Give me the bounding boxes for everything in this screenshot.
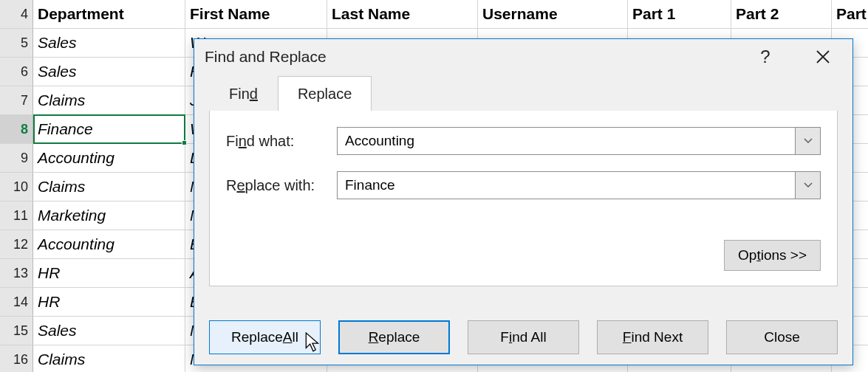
find-replace-dialog: Find and Replace ? Find Replace Find wha… xyxy=(194,38,853,365)
col-header-department[interactable]: Department xyxy=(33,0,185,29)
replace-with-dropdown[interactable] xyxy=(795,172,820,199)
row-number[interactable]: 10 xyxy=(0,173,33,202)
col-header-last-name[interactable]: Last Name xyxy=(327,0,478,29)
cell-department[interactable]: Claims xyxy=(33,86,185,115)
cell-department[interactable]: Claims xyxy=(33,345,185,372)
cell-department[interactable]: HR xyxy=(33,288,185,317)
replace-button[interactable]: Replace xyxy=(338,320,450,354)
cell-department[interactable]: Sales xyxy=(33,317,185,345)
help-button[interactable]: ? xyxy=(746,39,785,75)
dialog-tabs: Find Replace xyxy=(209,75,852,111)
row-number[interactable]: 7 xyxy=(0,86,33,115)
options-button[interactable]: Options >> xyxy=(724,240,821,271)
col-header-part3[interactable]: Part xyxy=(832,0,868,29)
replace-with-label: Replace with: xyxy=(226,177,337,194)
replace-with-combo[interactable] xyxy=(337,171,821,199)
row-number[interactable]: 6 xyxy=(0,58,33,86)
row-number[interactable]: 8 xyxy=(0,115,33,144)
row-number[interactable]: 5 xyxy=(0,29,33,58)
cell-department[interactable]: Sales xyxy=(33,29,185,58)
tab-find[interactable]: Find xyxy=(209,76,278,111)
cell-department[interactable]: Accounting xyxy=(33,230,185,259)
col-header-part2[interactable]: Part 2 xyxy=(731,0,832,29)
cell-department[interactable]: Accounting xyxy=(33,144,185,173)
row-number[interactable]: 16 xyxy=(0,345,33,372)
row-number[interactable]: 12 xyxy=(0,230,33,259)
cell-department[interactable]: Finance xyxy=(33,115,185,144)
find-what-input[interactable] xyxy=(338,128,795,154)
close-icon[interactable] xyxy=(804,39,842,75)
col-header-username[interactable]: Username xyxy=(478,0,628,29)
row-number[interactable]: 14 xyxy=(0,288,33,317)
row-number[interactable]: 15 xyxy=(0,317,33,345)
row-number[interactable]: 4 xyxy=(0,0,33,29)
find-all-button[interactable]: Find All xyxy=(468,320,579,354)
row-number[interactable]: 13 xyxy=(0,259,33,288)
dialog-button-row: Replace All Replace Find All Find Next C… xyxy=(209,320,838,354)
tab-replace[interactable]: Replace xyxy=(278,76,372,111)
find-what-label: Find what: xyxy=(226,133,337,150)
find-next-button[interactable]: Find Next xyxy=(597,320,708,354)
find-what-combo[interactable] xyxy=(337,127,821,155)
cell-department[interactable]: Sales xyxy=(33,58,185,86)
cell-department[interactable]: Marketing xyxy=(33,202,185,230)
replace-all-button[interactable]: Replace All xyxy=(209,320,321,354)
replace-with-input[interactable] xyxy=(338,172,795,199)
row-number[interactable]: 11 xyxy=(0,202,33,230)
col-header-part1[interactable]: Part 1 xyxy=(628,0,731,29)
cell-department[interactable]: HR xyxy=(33,259,185,288)
dialog-panel: Find what: Replace with: Options >> xyxy=(209,111,838,286)
find-what-dropdown[interactable] xyxy=(795,128,820,154)
col-header-first-name[interactable]: First Name xyxy=(185,0,327,29)
row-number[interactable]: 9 xyxy=(0,144,33,173)
close-button[interactable]: Close xyxy=(726,320,838,354)
cell-department[interactable]: Claims xyxy=(33,173,185,202)
